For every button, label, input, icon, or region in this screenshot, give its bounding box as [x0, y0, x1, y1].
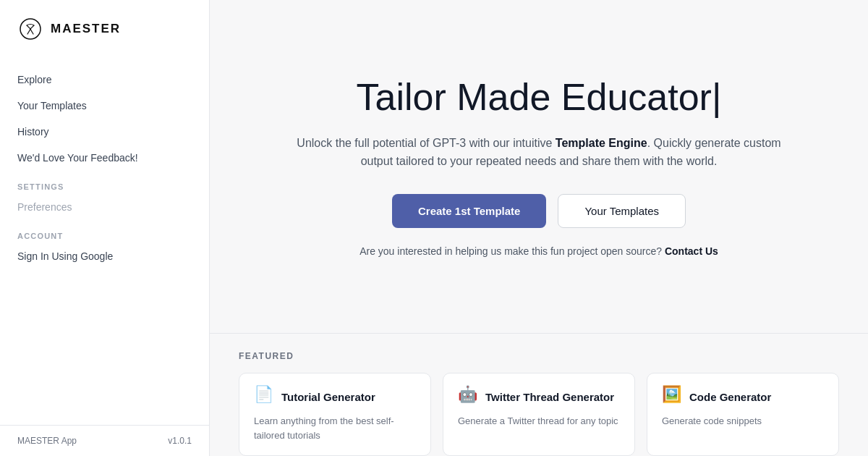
card-header: 📄 Tutorial Generator — [254, 387, 416, 407]
card-code-generator[interactable]: 🖼️ Code Generator Generate code snippets — [647, 373, 839, 456]
hero-buttons: Create 1st Template Your Templates — [392, 194, 686, 228]
hero-title: Tailor Made Educator| — [357, 76, 722, 119]
maester-logo-icon — [17, 16, 43, 42]
twitter-desc: Generate a Twitter thread for any topic — [458, 414, 620, 428]
hero-footer-plain: Are you interested in helping us make th… — [359, 245, 662, 257]
tutorial-desc: Learn anything from the best self-tailor… — [254, 414, 416, 442]
featured-cards-row: 📄 Tutorial Generator Learn anything from… — [239, 373, 839, 456]
tutorial-title: Tutorial Generator — [281, 391, 375, 403]
card-header: 🤖 Twitter Thread Generator — [458, 387, 620, 407]
sidebar-logo: MAESTER — [0, 0, 209, 58]
code-icon: 🖼️ — [662, 387, 682, 407]
your-templates-button[interactable]: Your Templates — [558, 194, 686, 228]
subtitle-plain: Unlock the full potential of GPT-3 with … — [297, 137, 556, 149]
hero-section: Tailor Made Educator| Unlock the full po… — [210, 0, 868, 333]
sidebar-item-feedback[interactable]: We'd Love Your Feedback! — [0, 145, 209, 171]
main-content: Tailor Made Educator| Unlock the full po… — [210, 0, 868, 456]
featured-label: FEATURED — [239, 351, 839, 361]
account-section-label: ACCOUNT — [0, 220, 209, 243]
settings-section-label: SETTINGS — [0, 171, 209, 194]
card-twitter-thread[interactable]: 🤖 Twitter Thread Generator Generate a Tw… — [443, 373, 635, 456]
hero-subtitle: Unlock the full potential of GPT-3 with … — [293, 134, 785, 171]
sidebar: MAESTER Explore Your Templates History W… — [0, 0, 210, 456]
sidebar-item-sign-in[interactable]: Sign In Using Google — [0, 243, 209, 269]
sidebar-item-preferences[interactable]: Preferences — [0, 194, 209, 220]
featured-section: FEATURED 📄 Tutorial Generator Learn anyt… — [210, 334, 868, 456]
sidebar-footer: MAESTER App v1.0.1 — [0, 425, 209, 456]
app-version: v1.0.1 — [168, 436, 192, 446]
sidebar-nav: Explore Your Templates History We'd Love… — [0, 58, 209, 425]
twitter-icon: 🤖 — [458, 387, 478, 407]
code-desc: Generate code snippets — [662, 414, 824, 428]
sidebar-item-explore[interactable]: Explore — [0, 67, 209, 93]
code-title: Code Generator — [689, 391, 771, 403]
twitter-title: Twitter Thread Generator — [485, 391, 614, 403]
card-header: 🖼️ Code Generator — [662, 387, 824, 407]
app-name: MAESTER — [51, 22, 121, 36]
subtitle-bold: Template Engine — [556, 137, 647, 149]
app-label: MAESTER App — [17, 436, 77, 446]
tutorial-icon: 📄 — [254, 387, 274, 407]
sidebar-item-your-templates[interactable]: Your Templates — [0, 93, 209, 119]
hero-footer-text: Are you interested in helping us make th… — [359, 245, 718, 257]
create-template-button[interactable]: Create 1st Template — [392, 194, 546, 228]
sidebar-item-history[interactable]: History — [0, 119, 209, 145]
card-tutorial-generator[interactable]: 📄 Tutorial Generator Learn anything from… — [239, 373, 431, 456]
contact-us-link[interactable]: Contact Us — [665, 245, 718, 257]
